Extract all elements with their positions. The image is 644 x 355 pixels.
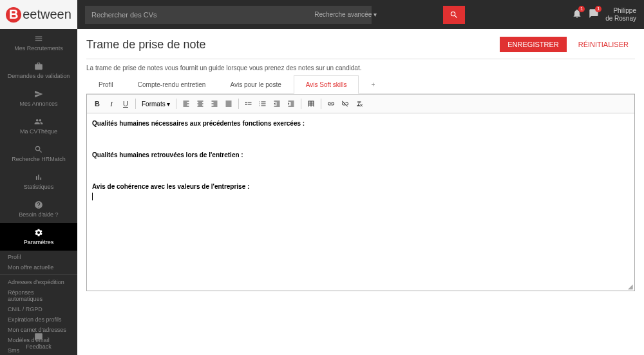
- user-menu[interactable]: Philippede Rosnay: [605, 7, 636, 23]
- chart-icon: [34, 173, 43, 182]
- sidebar-feedback[interactable]: Feedback: [0, 327, 77, 355]
- table-icon: [307, 100, 315, 108]
- align-center-button[interactable]: [194, 97, 207, 110]
- bullet-list-icon: [245, 100, 252, 108]
- msg-badge: 1: [595, 6, 601, 12]
- sidebar-item-stats[interactable]: Statistiques: [0, 168, 77, 195]
- editor-toolbar: B I U Formats ▾: [87, 94, 634, 113]
- align-right-icon: [211, 100, 218, 108]
- clear-format-icon: [355, 100, 363, 108]
- unlink-button[interactable]: [339, 97, 352, 110]
- feedback-icon: [34, 332, 43, 341]
- search-button[interactable]: [443, 6, 465, 24]
- editor-line: Qualités humaines nécessaires aux précéd…: [92, 120, 629, 127]
- tab-avis-poste[interactable]: Avis pour le poste: [218, 75, 293, 93]
- logo[interactable]: Beetween: [0, 0, 77, 29]
- text-cursor: [92, 193, 93, 200]
- sidebar-item-hrmatch[interactable]: Recherche HRMatch: [0, 140, 77, 168]
- tab-profil[interactable]: Profil: [86, 75, 126, 93]
- align-right-button[interactable]: [208, 97, 221, 110]
- align-center-icon: [196, 100, 204, 108]
- align-justify-icon: [225, 100, 232, 108]
- page-description: La trame de prise de notes vous fournit …: [86, 64, 635, 72]
- tab-avis-soft-skills[interactable]: Avis Soft skills: [294, 75, 359, 94]
- sidebar-item-demandes[interactable]: Demandes de validation: [0, 57, 77, 84]
- align-justify-button[interactable]: [222, 97, 235, 110]
- editor-body[interactable]: Qualités humaines nécessaires aux précéd…: [87, 113, 634, 284]
- main-content: Trame de prise de note ENREGISTRER RÉINI…: [77, 29, 644, 355]
- save-button[interactable]: ENREGISTRER: [500, 37, 566, 52]
- sidebar-item-annonces[interactable]: Mes Annonces: [0, 84, 77, 112]
- help-icon: [34, 200, 43, 209]
- align-left-icon: [182, 100, 190, 108]
- number-list-button[interactable]: [256, 97, 269, 110]
- search-wrap: Recherche avancée ▾: [85, 6, 465, 24]
- clear-format-button[interactable]: [353, 97, 366, 110]
- sub-reponses[interactable]: Réponses automatiques: [0, 287, 77, 304]
- table-button[interactable]: [305, 97, 317, 110]
- gear-icon: [34, 228, 43, 237]
- bold-button[interactable]: B: [91, 97, 104, 110]
- outdent-icon: [273, 100, 281, 108]
- reset-button[interactable]: RÉINITIALISER: [572, 37, 635, 52]
- formats-dropdown[interactable]: Formats ▾: [139, 99, 173, 109]
- topbar: Beetween Recherche avancée ▾ 1 1 Philipp…: [0, 0, 644, 29]
- bell-badge: 1: [578, 6, 585, 12]
- align-left-button[interactable]: [180, 97, 193, 110]
- briefcase-icon: [34, 62, 43, 71]
- editor-line: Avis de cohérence avec les valeurs de l'…: [92, 183, 629, 190]
- italic-button[interactable]: I: [105, 97, 118, 110]
- people-icon: [34, 117, 43, 126]
- search-small-icon: [34, 145, 43, 154]
- link-icon: [327, 100, 335, 108]
- resize-handle[interactable]: ◢: [87, 284, 634, 291]
- sidebar-item-cvtheque[interactable]: Ma CVThèque: [0, 112, 77, 140]
- sidebar-item-help[interactable]: Besoin d'aide ?: [0, 195, 77, 223]
- notification-bell[interactable]: 1: [572, 8, 582, 21]
- indent-icon: [287, 100, 295, 108]
- sidebar: Mes Recrutements Demandes de validation …: [0, 29, 77, 355]
- search-icon: [450, 10, 459, 19]
- indent-button[interactable]: [285, 97, 298, 110]
- tab-compte-rendu[interactable]: Compte-rendu entretien: [126, 75, 218, 93]
- sidebar-item-parametres[interactable]: Paramètres: [0, 223, 77, 251]
- menu-icon: [34, 34, 43, 43]
- tabs: Profil Compte-rendu entretien Avis pour …: [86, 75, 635, 94]
- unlink-icon: [341, 100, 349, 108]
- number-list-icon: [259, 100, 267, 108]
- sub-profil[interactable]: Profil: [0, 252, 77, 262]
- send-icon: [34, 90, 43, 99]
- sub-offre[interactable]: Mon offre actuelle: [0, 262, 77, 273]
- link-button[interactable]: [325, 97, 337, 110]
- underline-button[interactable]: U: [119, 97, 132, 110]
- sidebar-item-recrutements[interactable]: Mes Recrutements: [0, 29, 77, 57]
- editor: B I U Formats ▾ Qualités humaines nécess…: [86, 94, 635, 291]
- sub-expiration[interactable]: Expiration des profils: [0, 314, 77, 325]
- advanced-search[interactable]: Recherche avancée ▾: [314, 11, 377, 18]
- tab-add[interactable]: +: [359, 75, 387, 93]
- notification-messages[interactable]: 1: [589, 8, 599, 21]
- sub-adresses[interactable]: Adresses d'expédition: [0, 277, 77, 287]
- bullet-list-button[interactable]: [242, 97, 255, 110]
- sub-cnil[interactable]: CNIL / RGPD: [0, 304, 77, 314]
- outdent-button[interactable]: [270, 97, 283, 110]
- editor-line: Qualités humaines retrouvées lors de l'e…: [92, 151, 629, 158]
- page-title: Trame de prise de note: [86, 38, 205, 52]
